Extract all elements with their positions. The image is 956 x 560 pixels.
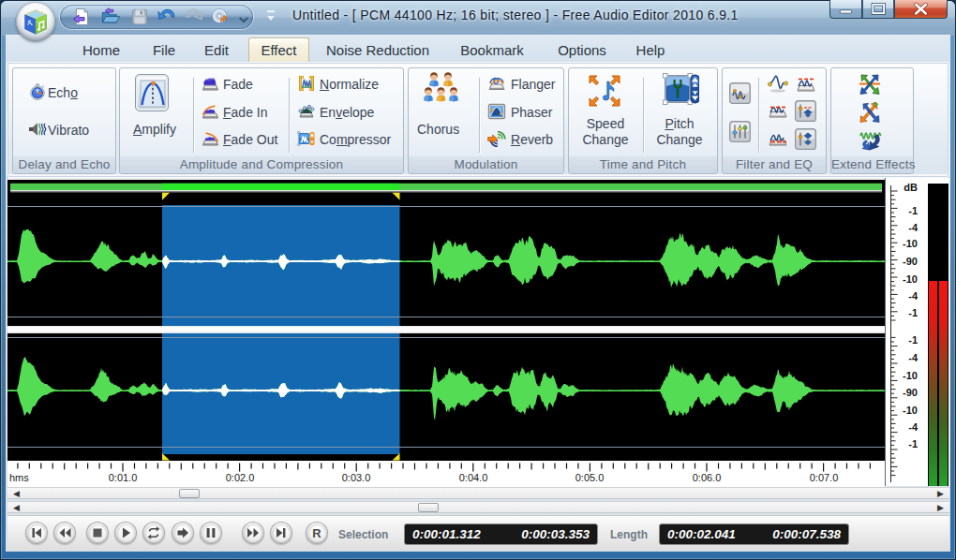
svg-text:R: R <box>312 526 321 540</box>
